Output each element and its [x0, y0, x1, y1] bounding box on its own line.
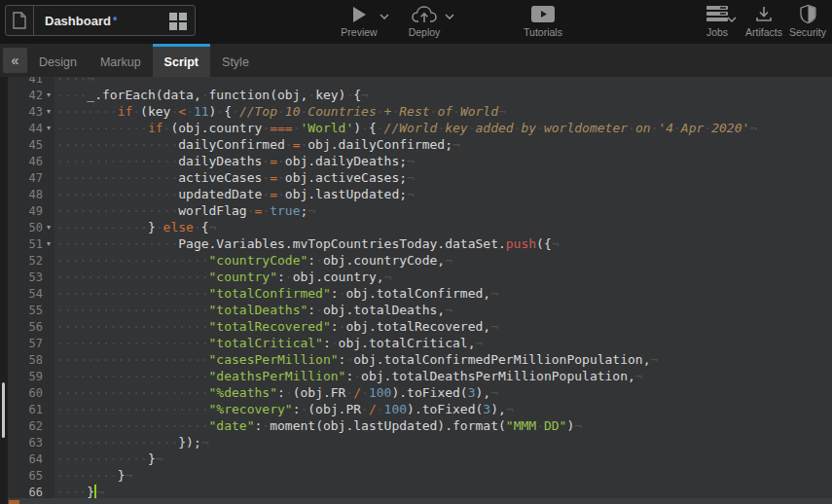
code-line[interactable]: 47················activeCases·=·obj.acti…	[8, 169, 832, 186]
script-editor[interactable]: 41····¬42▾····_.forEach(data,·function(o…	[0, 77, 832, 504]
code-line[interactable]: 53····················"country":·obj.cou…	[8, 269, 832, 285]
line-number: 66	[8, 486, 43, 499]
line-number: 47	[8, 171, 43, 185]
jobs-label: Jobs	[706, 26, 728, 38]
code-line[interactable]: 62····················"date":·moment(obj…	[8, 417, 832, 434]
code-line[interactable]: 45················dailyConfirmed·=·obj.d…	[8, 136, 832, 153]
collapse-panel-button[interactable]: «	[3, 48, 27, 73]
line-number: 43	[8, 105, 43, 119]
line-number: 57	[8, 337, 43, 350]
deploy-label: Deploy	[409, 26, 441, 38]
line-number: 55	[8, 304, 43, 317]
code-line[interactable]: 49················worldFlag·=·true;¬	[8, 202, 832, 219]
code-line[interactable]: 52····················"countryCode":·obj…	[8, 252, 832, 269]
line-number: 56	[8, 320, 43, 334]
tab-style[interactable]: Style	[210, 44, 261, 77]
line-number: 49	[8, 204, 43, 218]
left-panel-strip	[0, 77, 8, 504]
code-line[interactable]: 59····················"deathsPerMillion"…	[8, 368, 832, 384]
code-line[interactable]: 64············}¬	[8, 450, 832, 467]
tutorials-button[interactable]: Tutorials	[516, 4, 570, 38]
app-header: Dashboard * Preview Deploy	[0, 0, 832, 44]
fold-toggle-icon[interactable]: ▾	[43, 120, 54, 136]
artifacts-button[interactable]: Artifacts	[742, 4, 786, 38]
fold-toggle-icon[interactable]: ▾	[43, 103, 54, 120]
preview-label: Preview	[341, 26, 377, 38]
fold-toggle-icon[interactable]: ▾	[43, 87, 54, 103]
cloud-upload-icon	[412, 4, 437, 24]
line-number: 63	[8, 436, 43, 450]
line-number: 44	[8, 122, 43, 135]
code-line[interactable]: 51▾················Page.Variables.mvTopC…	[8, 235, 832, 252]
code-line[interactable]: 50▾············}·else·{¬	[8, 219, 832, 235]
code-line[interactable]: 44▾············if·(obj.country·===·'Worl…	[8, 120, 832, 136]
code-line[interactable]: 56····················"totalRecovered":·…	[8, 318, 832, 335]
editor-tabs: Design Markup Script Style	[27, 44, 261, 77]
code-line[interactable]: 63················});¬	[8, 434, 832, 450]
page-title: Dashboard	[45, 14, 111, 28]
code-line[interactable]: 41····¬	[8, 77, 832, 87]
code-line[interactable]: 46················dailyDeaths·=·obj.dail…	[8, 153, 832, 169]
fold-toggle-icon[interactable]: ▾	[43, 235, 54, 252]
code-line[interactable]: 58····················"casesPerMillion":…	[8, 351, 832, 368]
code-line[interactable]: 57····················"totalCritical":·o…	[8, 335, 832, 351]
page-icon[interactable]	[6, 6, 34, 35]
preview-button[interactable]: Preview	[336, 4, 382, 38]
modified-indicator: *	[113, 15, 117, 26]
line-number: 46	[8, 155, 43, 168]
editor-tabbar: « Design Markup Script Style	[0, 44, 832, 77]
tutorials-label: Tutorials	[524, 26, 562, 38]
page-selector[interactable]: Dashboard *	[5, 5, 196, 36]
line-number: 53	[8, 270, 43, 284]
security-label: Security	[789, 26, 826, 38]
gutter-warning-marker	[9, 500, 19, 504]
code-line[interactable]: 42▾····_.forEach(data,·function(obj,·key…	[8, 87, 832, 103]
tab-markup[interactable]: Markup	[89, 44, 153, 77]
line-number: 65	[8, 469, 43, 483]
fold-toggle-icon[interactable]: ▾	[43, 219, 54, 235]
line-number: 52	[8, 254, 43, 268]
line-number: 59	[8, 370, 43, 383]
code-line[interactable]: 60····················"%deaths":·(obj.FR…	[8, 384, 832, 401]
code-line[interactable]: 65········}¬	[8, 467, 832, 484]
jobs-chevron-down-icon[interactable]	[727, 17, 737, 22]
line-number: 58	[8, 353, 43, 367]
line-number: 51	[8, 237, 43, 251]
line-number: 64	[8, 452, 43, 466]
line-number: 48	[8, 188, 43, 201]
line-number: 50	[8, 221, 43, 234]
tab-script[interactable]: Script	[153, 44, 210, 77]
deploy-chevron-down-icon[interactable]	[445, 14, 454, 19]
vertical-scrollbar-thumb[interactable]	[2, 382, 5, 438]
code-line[interactable]: 61····················"%recovery":·(obj.…	[8, 401, 832, 417]
code-line[interactable]: 54····················"totalConfirmed":·…	[8, 285, 832, 302]
tab-design[interactable]: Design	[27, 44, 89, 77]
play-icon	[352, 4, 367, 24]
line-number: 41	[8, 77, 43, 86]
line-number: 45	[8, 138, 43, 152]
shield-icon	[800, 4, 816, 24]
artifacts-label: Artifacts	[745, 26, 782, 38]
preview-chevron-down-icon[interactable]	[380, 14, 389, 19]
code-line[interactable]: 43▾········if·(key·<·11)·{·//Top·10·Coun…	[8, 103, 832, 120]
line-number: 62	[8, 419, 43, 433]
line-number: 54	[8, 287, 43, 301]
horizontal-scrollbar[interactable]	[8, 498, 832, 504]
security-button[interactable]: Security	[786, 4, 829, 38]
line-number: 60	[8, 386, 43, 400]
server-stack-icon	[706, 4, 728, 24]
line-number: 61	[8, 403, 43, 416]
line-number: 42	[8, 89, 43, 102]
deploy-button[interactable]: Deploy	[402, 4, 447, 38]
code-content[interactable]: 41····¬42▾····_.forEach(data,·function(o…	[8, 77, 832, 500]
grid-icon[interactable]	[169, 13, 187, 30]
code-line[interactable]: 48················updatedDate·=·obj.last…	[8, 186, 832, 202]
video-icon	[531, 4, 555, 24]
download-icon	[755, 4, 773, 24]
code-line[interactable]: 55····················"totalDeaths":·obj…	[8, 302, 832, 318]
